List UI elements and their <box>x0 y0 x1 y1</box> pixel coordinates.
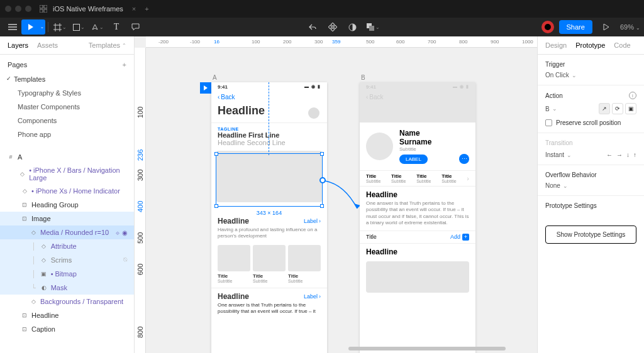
layer-backgrounds[interactable]: ◇Backgrounds / Transparent <box>0 295 134 308</box>
visibility-icon[interactable]: ◉ <box>122 229 128 236</box>
stat-item: TitleSubtitle <box>441 173 467 183</box>
trigger-dropdown[interactable]: On Click <box>545 72 636 79</box>
group-icon: ⊡ <box>20 215 29 222</box>
svg-rect-13 <box>331 23 335 26</box>
left-panel: Layers Assets Templates⌃ Pages + Templat… <box>0 36 135 353</box>
overlay-icon[interactable]: ▣ <box>625 103 636 114</box>
diamond-icon: ◇ <box>40 257 48 263</box>
diamond-icon: ◇ <box>20 188 29 194</box>
text-tool[interactable]: T <box>108 19 125 35</box>
profile-avatar <box>366 133 393 160</box>
layer-headline[interactable]: ⊡Headline <box>0 308 134 322</box>
artboard-b[interactable]: 9:41▬ ◉ ▮ ‹Back Name Surname Subtitle LA… <box>360 82 475 353</box>
comment-tool[interactable] <box>126 19 144 35</box>
direction-down-icon[interactable]: ↓ <box>626 151 630 158</box>
back-button: ‹Back <box>211 91 327 103</box>
zoom-level[interactable]: 69% ⌄ <box>620 23 640 31</box>
svg-rect-15 <box>333 25 337 29</box>
present-button[interactable] <box>597 19 615 35</box>
swap-icon[interactable]: ⟳ <box>612 103 623 114</box>
code-tab[interactable]: Code <box>614 41 630 49</box>
svg-rect-0 <box>40 5 43 8</box>
play-tool[interactable] <box>21 19 40 35</box>
artboard-a[interactable]: 9:41▬ ◉ ▮ ‹Back Headline TAGLINE Headlin… <box>211 82 327 353</box>
artboard-header[interactable]: # A <box>0 150 134 164</box>
prototype-tab[interactable]: Prototype <box>575 41 605 49</box>
body-text-2: One answer is that Truth pertains to the… <box>211 302 327 318</box>
layer-media-rounded[interactable]: ◇Media / Rounded r=10⟐◉ <box>0 225 134 239</box>
status-bar-b: 9:41▬ ◉ ▮ <box>360 82 475 91</box>
boolean-icon[interactable]: ⌄ <box>364 19 382 35</box>
transition-label: Transition <box>545 139 636 146</box>
grid-icon <box>39 4 48 13</box>
page-components[interactable]: Components <box>0 114 134 128</box>
direction-right-icon[interactable]: → <box>616 151 623 158</box>
stat-item: TitleSubtitle <box>416 173 441 183</box>
document-tab[interactable]: iOS Native Wireframes × <box>39 4 136 13</box>
layer-home-indicator[interactable]: ◇• iPhone Xs / Home Indicator <box>0 184 134 198</box>
group-icon: ⊡ <box>20 312 29 318</box>
layer-scrims[interactable]: │◇Scrims⦰ <box>0 253 134 267</box>
layer-mask[interactable]: └◐Mask <box>0 281 134 295</box>
shape-tool[interactable]: ⌄ <box>70 19 87 35</box>
undo-icon[interactable] <box>304 19 321 35</box>
layers-tab[interactable]: Layers <box>8 41 28 49</box>
status-bar: 9:41▬ ◉ ▮ <box>211 82 327 91</box>
horizontal-scrollbar[interactable] <box>348 347 506 350</box>
thumb-item: TitleSubtitle <box>218 245 250 283</box>
transition-dropdown[interactable]: Instant <box>545 151 572 158</box>
close-tab-icon[interactable]: × <box>132 5 136 13</box>
page-phone[interactable]: Phone app <box>0 128 134 141</box>
add-page-button[interactable]: + <box>123 61 126 68</box>
pen-tool[interactable]: ⌄ <box>89 19 106 35</box>
lock-icon[interactable]: ⟐ <box>116 229 119 236</box>
info-icon[interactable]: i <box>629 92 636 99</box>
new-tab-button[interactable]: + <box>145 5 148 13</box>
diamond-icon: ◇ <box>29 229 38 236</box>
layer-bitmap[interactable]: │▣• Bitmap <box>0 267 134 281</box>
direction-up-icon[interactable]: ↑ <box>633 151 636 158</box>
svg-marker-20 <box>604 24 609 30</box>
assets-tab[interactable]: Assets <box>37 41 58 49</box>
mask-icon: ◐ <box>40 285 48 291</box>
navigate-icon[interactable]: ↗ <box>599 103 610 114</box>
hidden-icon[interactable]: ⦰ <box>123 256 128 264</box>
overflow-dropdown[interactable]: None <box>545 182 636 189</box>
svg-rect-19 <box>369 26 374 31</box>
profile-name: Name Surname <box>399 129 453 146</box>
b-headline-2: Headline <box>360 244 475 258</box>
component-icon[interactable] <box>324 19 341 35</box>
overflow-label: Overflow Behavior <box>545 171 636 178</box>
menu-button[interactable] <box>4 19 21 35</box>
artboard-a-label[interactable]: A <box>213 74 217 81</box>
guide-vertical <box>269 82 269 155</box>
direction-left-icon[interactable]: ← <box>606 151 613 158</box>
group-icon: ⊡ <box>20 326 29 332</box>
show-prototype-settings-button[interactable]: Show Prototype Settings <box>545 225 636 244</box>
page-typography[interactable]: Typography & Styles <box>0 86 134 100</box>
frame-tool[interactable]: ⌄ <box>51 19 69 35</box>
layer-image[interactable]: ⊡Image <box>0 212 134 225</box>
layer-attribute[interactable]: │◇Attribute <box>0 239 134 253</box>
layer-heading-group[interactable]: ⊡Heading Group <box>0 198 134 212</box>
artboard-b-label[interactable]: B <box>361 74 365 81</box>
page-templates[interactable]: Templates <box>0 72 134 86</box>
mask-icon[interactable] <box>344 19 362 35</box>
frame-icon: # <box>6 154 15 160</box>
templates-dropdown[interactable]: Templates⌃ <box>89 41 126 49</box>
layer-caption[interactable]: ⊡Caption <box>0 322 134 336</box>
layer-navbar[interactable]: ◇• iPhone X / Bars / Navigation Large <box>0 164 134 184</box>
preserve-scroll-checkbox[interactable]: Preserve scroll position <box>545 119 636 126</box>
share-button[interactable]: Share <box>559 20 592 34</box>
traffic-lights[interactable] <box>5 6 31 12</box>
profile-subtitle: Subtitle <box>399 146 453 152</box>
tagline: TAGLINE <box>211 123 327 131</box>
user-avatar[interactable] <box>541 21 554 33</box>
action-target-dropdown[interactable]: B <box>545 106 557 112</box>
selection-outline: 343 × 164 <box>216 153 323 207</box>
design-tab[interactable]: Design <box>545 41 567 49</box>
flow-start-icon[interactable] <box>200 82 211 94</box>
page-master[interactable]: Master Components <box>0 100 134 114</box>
avatar-placeholder <box>308 107 319 119</box>
canvas[interactable]: -200 -100 16 100 200 300 359 500 600 700… <box>135 36 537 353</box>
